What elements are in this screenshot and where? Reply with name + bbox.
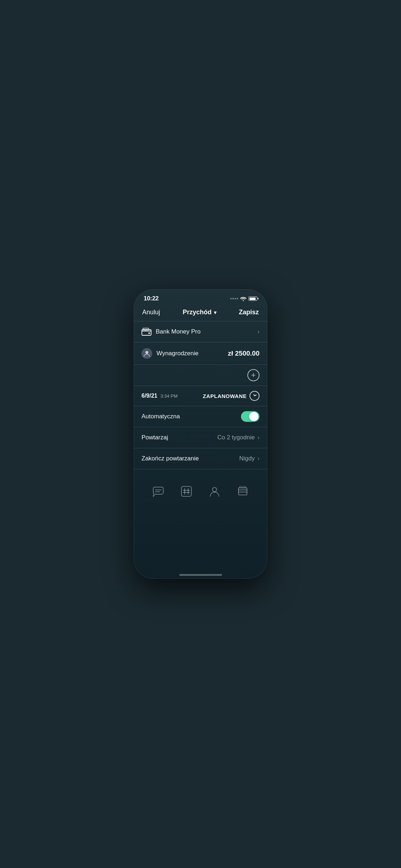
nav-bar: Anuluj Przychód ▾ Zapisz xyxy=(134,305,267,321)
date-schedule-row[interactable]: 6/9/21 3:34 PM ZAPLANOWANE xyxy=(134,386,267,406)
schedule-label: ZAPLANOWANE xyxy=(203,393,247,399)
date-area: 6/9/21 3:34 PM xyxy=(142,393,178,399)
note-button[interactable] xyxy=(150,484,166,499)
divider-7 xyxy=(134,469,267,469)
avatar xyxy=(142,348,152,359)
powtarzaj-value: Co 2 tygodnie xyxy=(217,434,255,441)
date-text: 6/9/21 xyxy=(142,393,157,399)
zakonczpowtarzanie-label: Zakończ powtarzanie xyxy=(142,455,199,462)
automatyczna-label: Automatyczna xyxy=(142,413,180,420)
save-button[interactable]: Zapisz xyxy=(239,309,259,316)
zakonczpowtarzanie-right: Nigdy › xyxy=(239,455,259,462)
battery-icon xyxy=(248,296,257,301)
nav-title-text: Przychód xyxy=(183,309,212,316)
home-indicator xyxy=(179,574,222,576)
svg-rect-0 xyxy=(142,330,151,335)
add-row: + xyxy=(134,365,267,386)
bank-name: Bank Money Pro xyxy=(156,328,201,335)
wallet-icon xyxy=(142,328,151,336)
attachment-button[interactable] xyxy=(235,484,251,499)
svg-rect-2 xyxy=(148,332,150,334)
status-bar: 10:22 xyxy=(134,289,267,305)
status-icons xyxy=(230,296,257,301)
wynagrodzenie-amount: zł 2500.00 xyxy=(228,350,259,357)
wifi-icon xyxy=(240,296,246,301)
automatyczna-row[interactable]: Automatyczna xyxy=(134,406,267,427)
powtarzaj-row[interactable]: Powtarzaj Co 2 tygodnie › xyxy=(134,427,267,448)
svg-point-12 xyxy=(212,487,217,492)
powtarzaj-label: Powtarzaj xyxy=(142,434,168,441)
time-text: 3:34 PM xyxy=(160,393,178,399)
zakonczpowtarzanie-chevron: › xyxy=(258,455,259,462)
status-time: 10:22 xyxy=(144,295,159,302)
automatyczna-toggle[interactable] xyxy=(241,411,259,422)
nav-title[interactable]: Przychód ▾ xyxy=(183,309,216,316)
bottom-toolbar xyxy=(134,476,267,506)
person-button[interactable] xyxy=(207,484,222,499)
schedule-area: ZAPLANOWANE xyxy=(203,391,259,401)
svg-rect-7 xyxy=(181,486,191,496)
zakonczpowtarzanie-row[interactable]: Zakończ powtarzanie Nigdy › xyxy=(134,448,267,469)
svg-rect-4 xyxy=(153,487,163,494)
cancel-button[interactable]: Anuluj xyxy=(142,309,160,316)
wynagrodzenie-label: Wynagrodzenie xyxy=(156,350,199,357)
toggle-knob xyxy=(249,412,258,421)
svg-rect-1 xyxy=(143,328,149,330)
bank-row-left: Bank Money Pro xyxy=(142,328,201,336)
signal-icon xyxy=(230,298,238,299)
svg-rect-16 xyxy=(240,486,246,488)
powtarzaj-chevron: › xyxy=(258,434,259,441)
tag-button[interactable] xyxy=(179,484,194,499)
bank-row-chevron: › xyxy=(258,329,259,335)
bank-row[interactable]: Bank Money Pro › xyxy=(134,321,267,342)
clock-icon xyxy=(250,391,259,401)
svg-rect-13 xyxy=(238,488,247,495)
powtarzaj-right: Co 2 tygodnie › xyxy=(217,434,259,441)
wynagrodzenie-left: Wynagrodzenie xyxy=(142,348,199,359)
zakonczpowtarzanie-value: Nigdy xyxy=(239,455,255,462)
svg-point-3 xyxy=(145,351,148,354)
wynagrodzenie-row[interactable]: Wynagrodzenie zł 2500.00 xyxy=(134,342,267,365)
add-button[interactable]: + xyxy=(247,369,259,381)
nav-chevron-icon: ▾ xyxy=(214,310,216,315)
phone-frame: 10:22 Anuluj Przychód xyxy=(134,289,267,579)
